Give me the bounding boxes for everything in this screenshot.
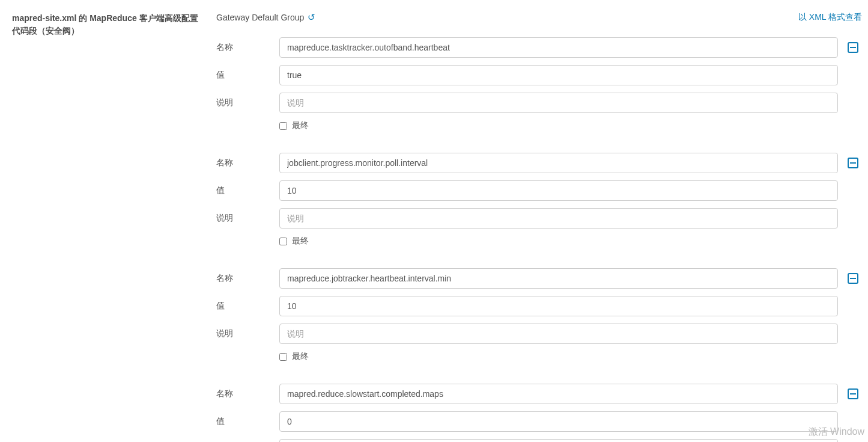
group-label-text: Gateway Default Group	[216, 13, 304, 22]
value-input[interactable]	[279, 180, 838, 201]
group-label: Gateway Default Group ↺	[216, 12, 315, 23]
value-input[interactable]	[279, 411, 838, 432]
config-entry: 名称值说明最终	[216, 153, 862, 247]
remove-entry-icon[interactable]	[848, 158, 858, 168]
config-section-title: mapred-site.xml 的 MapReduce 客户端高级配置代码段（安…	[12, 12, 204, 37]
view-as-xml-link[interactable]: 以 XML 格式查看	[798, 12, 862, 23]
value-label: 值	[216, 185, 273, 196]
remove-entry-icon[interactable]	[848, 388, 858, 399]
value-input[interactable]	[279, 296, 838, 316]
name-input[interactable]	[279, 37, 838, 58]
description-input[interactable]	[279, 439, 838, 442]
final-label: 最终	[292, 120, 309, 131]
name-input[interactable]	[279, 153, 838, 173]
final-label: 最终	[292, 351, 309, 362]
value-input[interactable]	[279, 65, 838, 85]
config-entry: 名称值说明最终	[216, 384, 862, 442]
value-label: 值	[216, 301, 273, 312]
name-input[interactable]	[279, 268, 838, 289]
name-label: 名称	[216, 388, 273, 399]
final-checkbox[interactable]	[279, 353, 287, 361]
config-entry: 名称值说明最终	[216, 37, 862, 131]
description-input[interactable]	[279, 208, 838, 229]
name-label: 名称	[216, 42, 273, 53]
config-entry: 名称值说明最终	[216, 268, 862, 362]
name-input[interactable]	[279, 384, 838, 404]
revert-icon[interactable]: ↺	[308, 12, 315, 23]
remove-entry-icon[interactable]	[848, 273, 858, 284]
description-label: 说明	[216, 328, 273, 339]
final-checkbox[interactable]	[279, 122, 287, 130]
value-label: 值	[216, 416, 273, 427]
final-label: 最终	[292, 236, 309, 247]
description-input[interactable]	[279, 93, 838, 113]
name-label: 名称	[216, 158, 273, 168]
name-label: 名称	[216, 273, 273, 284]
description-label: 说明	[216, 213, 273, 224]
description-label: 说明	[216, 97, 273, 108]
description-input[interactable]	[279, 324, 838, 344]
final-checkbox[interactable]	[279, 238, 287, 245]
value-label: 值	[216, 70, 273, 81]
remove-entry-icon[interactable]	[848, 42, 858, 53]
